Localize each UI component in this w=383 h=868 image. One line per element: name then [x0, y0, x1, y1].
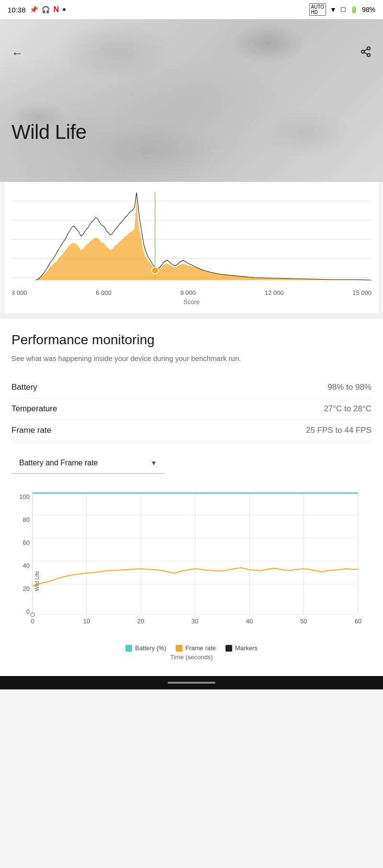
score-axis-title: Score [11, 298, 372, 305]
dot-icon [63, 8, 66, 11]
battery-value: 98% to 98% [327, 383, 372, 392]
markers-legend-dot [225, 645, 232, 652]
score-distribution-chart [11, 192, 372, 287]
hero-section: ← Wild Life [0, 19, 383, 182]
top-navigation: ← [0, 38, 383, 68]
svg-text:Wild Life: Wild Life [34, 571, 40, 591]
svg-text:60: 60 [355, 618, 361, 625]
framerate-legend-label: Frame rate [185, 644, 216, 652]
perf-monitoring-title: Performance monitoring [11, 332, 372, 348]
svg-point-33 [31, 613, 34, 617]
svg-line-4 [364, 49, 368, 51]
netflix-icon: N [54, 5, 59, 14]
sim-icon: ☐ [340, 6, 346, 13]
performance-monitoring-section: Performance monitoring See what was happ… [0, 319, 383, 676]
score-label-3000: 3 000 [11, 289, 27, 296]
status-left: 10:38 📌 🎧 N [8, 5, 66, 14]
temperature-row: Temperature 27°C to 28°C [11, 398, 372, 420]
svg-text:20: 20 [23, 585, 30, 592]
battery-percent: 98% [362, 6, 375, 13]
auto-hd-icon: AUTOHD [309, 3, 327, 16]
framerate-legend-dot [176, 645, 182, 652]
headset-icon: 🎧 [42, 6, 50, 13]
score-axis-labels: 3 000 6 000 9 000 12 000 15 000 [11, 287, 372, 296]
battery-label: Battery [11, 383, 37, 392]
svg-line-3 [364, 53, 368, 55]
svg-point-2 [367, 54, 370, 56]
score-chart-card: 3 000 6 000 9 000 12 000 15 000 Score [4, 182, 379, 313]
temperature-value: 27°C to 28°C [324, 404, 372, 414]
svg-point-1 [361, 50, 364, 53]
svg-text:10: 10 [83, 618, 90, 625]
svg-rect-18 [33, 492, 358, 615]
bottom-nav-bar [0, 676, 383, 689]
hero-title: Wild Life [11, 121, 87, 144]
status-bar: 10:38 📌 🎧 N AUTOHD ▼ ☐ 🔋 98% [0, 0, 383, 19]
perf-monitoring-subtitle: See what was happening inside your devic… [11, 353, 372, 363]
battery-row: Battery 98% to 98% [11, 377, 372, 398]
dropdown-selected-label: Battery and Frame rate [19, 459, 98, 467]
score-label-9000: 9 000 [180, 289, 196, 296]
legend-framerate: Frame rate [176, 644, 216, 652]
home-indicator[interactable] [168, 682, 215, 684]
performance-chart-container: 100 80 60 40 20 0 [11, 482, 372, 665]
battery-icon: 🔋 [350, 6, 358, 13]
legend-markers: Markers [225, 644, 258, 652]
svg-text:50: 50 [300, 618, 307, 625]
legend-battery: Battery (%) [125, 644, 166, 652]
chart-legend: Battery (%) Frame rate Markers [11, 644, 372, 652]
wifi-icon: ▼ [330, 6, 337, 13]
chart-type-dropdown[interactable]: Battery and Frame rate ▼ [11, 453, 165, 474]
svg-text:0: 0 [31, 618, 34, 625]
performance-chart: 100 80 60 40 20 0 [11, 485, 372, 639]
svg-text:40: 40 [23, 562, 30, 569]
chart-type-dropdown-container: Battery and Frame rate ▼ [11, 453, 372, 474]
svg-point-11 [152, 267, 158, 274]
score-label-15000: 15 000 [352, 289, 372, 296]
dropdown-arrow-icon: ▼ [150, 459, 157, 467]
svg-text:40: 40 [246, 618, 253, 625]
svg-text:20: 20 [137, 618, 144, 625]
temperature-label: Temperature [11, 404, 57, 414]
score-label-12000: 12 000 [265, 289, 284, 296]
framerate-label: Frame rate [11, 426, 51, 435]
chart-x-axis-label: Time (seconds) [11, 654, 372, 661]
section-divider [0, 313, 383, 319]
svg-text:60: 60 [23, 539, 30, 546]
pin-icon: 📌 [30, 6, 38, 13]
framerate-value: 25 FPS to 44 FPS [306, 426, 372, 435]
svg-text:30: 30 [192, 618, 198, 625]
score-label-6000: 6 000 [96, 289, 112, 296]
back-button[interactable]: ← [10, 45, 25, 62]
markers-legend-label: Markers [235, 644, 258, 652]
status-right: AUTOHD ▼ ☐ 🔋 98% [309, 3, 376, 16]
svg-text:0: 0 [26, 608, 30, 615]
time-display: 10:38 [8, 6, 26, 14]
battery-legend-dot [125, 645, 132, 652]
svg-point-0 [367, 47, 370, 50]
battery-legend-label: Battery (%) [135, 644, 166, 652]
svg-text:80: 80 [23, 516, 30, 523]
framerate-row: Frame rate 25 FPS to 44 FPS [11, 420, 372, 441]
svg-text:100: 100 [19, 493, 30, 500]
share-button[interactable] [358, 44, 373, 62]
